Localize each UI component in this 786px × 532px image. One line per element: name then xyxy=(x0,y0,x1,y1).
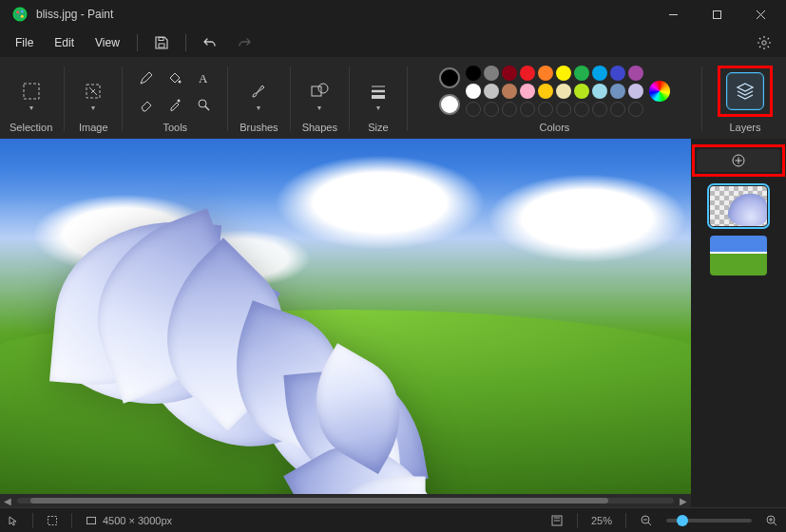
svg-rect-26 xyxy=(48,516,57,524)
color-swatch[interactable] xyxy=(484,66,499,81)
highlight-annotation xyxy=(718,66,773,117)
color-picker-tool[interactable] xyxy=(163,93,187,116)
settings-button[interactable] xyxy=(748,30,780,55)
color-swatch[interactable] xyxy=(592,66,607,81)
chevron-down-icon: ▾ xyxy=(29,104,33,112)
color-swatch-empty[interactable] xyxy=(610,102,625,117)
window-title: bliss.jpg - Paint xyxy=(36,8,113,21)
group-layers: Layers xyxy=(710,61,780,137)
color-swatch[interactable] xyxy=(556,84,571,99)
color-swatch[interactable] xyxy=(502,84,517,99)
zoom-text: 25% xyxy=(591,515,612,526)
menu-view[interactable]: View xyxy=(86,32,129,53)
color-swatch-empty[interactable] xyxy=(556,102,571,117)
primary-color[interactable] xyxy=(439,67,460,88)
color-swatch-empty[interactable] xyxy=(628,102,643,117)
svg-rect-5 xyxy=(713,10,720,18)
layers-button[interactable] xyxy=(726,72,764,110)
menu-edit[interactable]: Edit xyxy=(45,32,84,53)
statusbar: 4500 × 3000px 25% xyxy=(0,507,786,532)
zoom-slider[interactable] xyxy=(666,519,752,522)
zoom-level: 25% xyxy=(591,515,612,526)
menu-file[interactable]: File xyxy=(6,32,43,53)
color-swatch[interactable] xyxy=(628,84,643,99)
divider xyxy=(137,34,138,51)
brush-tool[interactable]: ▾ xyxy=(241,68,276,114)
group-label: Size xyxy=(368,122,388,137)
color-swatch[interactable] xyxy=(574,66,589,81)
color-preview xyxy=(439,67,460,115)
group-label: Brushes xyxy=(240,122,278,137)
scroll-left-icon[interactable]: ◀ xyxy=(0,496,15,506)
scroll-thumb[interactable] xyxy=(30,498,608,504)
svg-point-1 xyxy=(16,10,19,13)
color-swatch[interactable] xyxy=(574,84,589,99)
color-swatch[interactable] xyxy=(628,66,643,81)
color-swatch[interactable] xyxy=(466,66,481,81)
color-swatch[interactable] xyxy=(520,84,535,99)
crop-tool[interactable]: ▾ xyxy=(76,68,110,114)
size-tool[interactable]: ▾ xyxy=(361,68,395,114)
color-swatch-empty[interactable] xyxy=(538,102,553,117)
divider xyxy=(185,34,186,51)
chevron-down-icon: ▾ xyxy=(91,104,95,112)
color-swatch[interactable] xyxy=(538,84,553,99)
select-rectangle-tool[interactable]: ▾ xyxy=(14,68,48,114)
canvas[interactable] xyxy=(0,139,691,494)
color-swatch[interactable] xyxy=(556,66,571,81)
pencil-tool[interactable] xyxy=(134,66,159,89)
color-swatch[interactable] xyxy=(610,84,625,99)
cursor-position xyxy=(8,515,19,526)
color-swatch[interactable] xyxy=(502,66,517,81)
group-label: Image xyxy=(79,122,108,137)
layer-thumbnail-1[interactable] xyxy=(710,186,767,226)
color-swatch[interactable] xyxy=(466,84,481,99)
close-button[interactable] xyxy=(738,0,782,28)
group-image: ▾ Image xyxy=(72,61,114,137)
scroll-right-icon[interactable]: ▶ xyxy=(676,496,691,506)
canvas-viewport[interactable]: ◀ ▶ xyxy=(0,139,691,507)
color-swatch[interactable] xyxy=(484,84,499,99)
color-swatch-empty[interactable] xyxy=(592,102,607,117)
group-label: Tools xyxy=(163,122,187,137)
group-brushes: ▾ Brushes xyxy=(236,61,281,137)
group-shapes: ▾ Shapes xyxy=(298,61,341,137)
svg-text:A: A xyxy=(199,71,208,86)
svg-point-10 xyxy=(762,41,766,45)
redo-button[interactable] xyxy=(228,30,260,55)
horizontal-scrollbar[interactable]: ◀ ▶ xyxy=(0,494,691,507)
secondary-color[interactable] xyxy=(439,94,460,115)
undo-button[interactable] xyxy=(194,30,226,55)
zoom-slider-knob[interactable] xyxy=(677,515,688,526)
group-label: Shapes xyxy=(302,122,337,137)
color-swatch-empty[interactable] xyxy=(484,102,499,117)
save-button[interactable] xyxy=(145,30,178,55)
svg-point-2 xyxy=(21,10,24,13)
color-swatch[interactable] xyxy=(610,66,625,81)
color-swatch[interactable] xyxy=(520,66,535,81)
color-swatch-empty[interactable] xyxy=(520,102,535,117)
maximize-button[interactable] xyxy=(695,0,738,28)
color-swatch[interactable] xyxy=(538,66,553,81)
highlight-annotation xyxy=(692,144,785,177)
color-swatch-empty[interactable] xyxy=(502,102,517,117)
magnifier-tool[interactable] xyxy=(191,93,216,116)
svg-rect-9 xyxy=(159,38,163,41)
main-area: ◀ ▶ xyxy=(0,139,786,507)
color-swatch-empty[interactable] xyxy=(466,102,481,117)
minimize-button[interactable] xyxy=(651,0,695,28)
fill-tool[interactable] xyxy=(163,66,187,89)
zoom-in-button[interactable] xyxy=(765,514,778,527)
edit-colors-button[interactable] xyxy=(649,81,670,102)
layer-thumbnail-2[interactable] xyxy=(710,236,767,276)
group-size: ▾ Size xyxy=(357,61,399,137)
shapes-tool[interactable]: ▾ xyxy=(302,68,336,114)
color-swatch[interactable] xyxy=(592,84,607,99)
text-tool[interactable]: A xyxy=(191,66,216,89)
chevron-down-icon: ▾ xyxy=(376,104,380,112)
svg-rect-27 xyxy=(87,517,96,523)
eraser-tool[interactable] xyxy=(134,93,159,116)
color-swatch-empty[interactable] xyxy=(574,102,589,117)
zoom-out-button[interactable] xyxy=(640,514,653,527)
add-layer-button[interactable] xyxy=(697,149,780,172)
